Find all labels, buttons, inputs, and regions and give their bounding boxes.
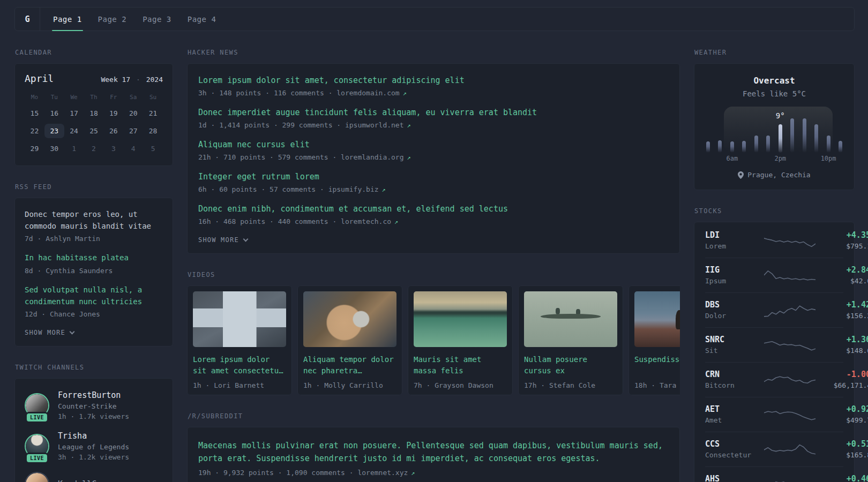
story-domain[interactable]: ipsumworld.net [345,121,404,129]
video-card[interactable]: Aliquam tempor dolor nec pharetra…1h · M… [297,285,402,395]
stock-change: +2.84% [815,265,868,275]
stock-row[interactable]: CCSConsectetur+0.51%$165.84 [705,432,843,466]
stock-spark-wrap [764,232,815,248]
story-row: Donec enim nibh, condimentum et accumsan… [198,204,669,225]
story-title[interactable]: Donec enim nibh, condimentum et accumsan… [198,204,669,214]
stock-row[interactable]: CRNBitcorn-1.00%$66,171.48 [705,362,843,397]
calendar-day: 28 [143,124,163,138]
tab-page-3[interactable]: Page 3 [143,7,171,31]
channel-name[interactable]: KendallCarr [58,479,111,482]
location-pin-icon [738,171,744,179]
story-title[interactable]: Donec imperdiet augue tincidunt felis al… [198,108,669,117]
stock-price: $42.04 [815,277,868,285]
stock-name: Consectetur [705,451,764,459]
video-title[interactable]: Suspendisse diam [634,354,680,376]
weather-bar-slot [706,141,710,153]
calendar-day: 2 [84,141,104,156]
stock-row[interactable]: IIGIpsum+2.84%$42.04 [705,258,843,292]
story-domain[interactable]: loremtech.co [341,217,391,225]
stock-values: +1.36%$148.64 [815,335,868,355]
stock-spark-wrap [764,476,815,482]
rss-item-title[interactable]: Sed volutpat nulla nisl, a condimentum n… [25,284,163,307]
subreddit-post-title[interactable]: Maecenas mollis pulvinar erat non posuer… [198,439,669,465]
subreddit-section-title: /R/SUBREDDIT [188,412,680,420]
rss-item-title[interactable]: Donec tempor eros leo, ut commodo mauris… [25,209,163,232]
post-domain[interactable]: loremnet.xyz [357,469,408,477]
story-domain[interactable]: loremlandia.org [341,153,403,161]
weather-bar [730,141,734,153]
calendar-day: 19 [103,106,123,120]
left-column: CALENDAR April Week 17 · 2024 MoTuWeThFr… [14,49,173,482]
channel-name[interactable]: ForrestBurton [58,390,129,400]
calendar-year: 2024 [146,76,163,84]
tab-page-1[interactable]: Page 1 [53,7,82,31]
stock-row[interactable]: AETAmet+0.92%$499.72 [705,397,843,432]
weather-bar [766,135,770,153]
twitch-channel-row[interactable]: LIVEForrestBurtonCounter-Strike1h · 1.7k… [25,390,163,420]
app-logo[interactable]: G [15,7,40,31]
hackernews-show-more-button[interactable]: SHOW MORE [198,236,669,244]
twitch-channel-row[interactable]: KendallCarr [25,472,163,482]
video-card[interactable]: Nullam posuere cursus ex17h · Stefan Col… [518,285,623,395]
weather-bar [827,135,830,153]
story-domain[interactable]: loremdomain.com [336,89,399,97]
story-title[interactable]: Aliquam nec cursus elit [198,140,669,149]
stock-change: +0.46% [815,474,868,482]
calendar-day: 18 [84,106,104,120]
tab-page-4[interactable]: Page 4 [188,7,216,31]
weather-bar-slot: 9° [779,124,782,153]
story-meta-text: 6h · 60 points · 57 comments · [198,185,328,193]
story-title[interactable]: Integer eget rutrum lorem [198,172,669,182]
live-badge: LIVE [27,454,47,462]
stock-spark-wrap [764,302,815,318]
video-title[interactable]: Lorem ipsum dolor sit amet consectetu… [193,354,286,376]
stocks-widget: STOCKS LDILorem+4.35%$795.18IIGIpsum+2.8… [694,207,855,482]
story-domain[interactable]: ipsumify.biz [328,185,379,193]
channel-name[interactable]: Trisha [58,431,129,441]
stock-values: +0.46% [815,474,868,482]
page-tabs: Page 1Page 2Page 3Page 4 [40,7,229,31]
weather-time-labels: 6am2pm10pm [706,155,842,162]
stock-name: Sit [705,347,764,355]
weather-bar-slot [754,135,758,153]
stock-values: +4.35%$795.18 [815,230,868,250]
twitch-channel-row[interactable]: LIVETrishaLeague of Legends3h · 1.2k vie… [25,431,163,461]
time-label: 10pm [821,155,836,162]
external-link-icon: ↗ [382,186,386,193]
calendar-month: April [25,73,54,84]
rss-show-more-button[interactable]: SHOW MORE [25,329,163,336]
stock-sparkline [764,441,815,457]
stock-change: +1.36% [815,335,868,344]
weather-hourly-bars: 9° [706,115,842,153]
video-title[interactable]: Mauris sit amet massa felis [414,354,507,376]
story-title[interactable]: Lorem ipsum dolor sit amet, consectetur … [198,76,669,85]
rss-item-title[interactable]: In hac habitasse platea [25,252,163,264]
stock-spark-wrap [764,267,815,283]
videos-row: Lorem ipsum dolor sit amet consectetu…1h… [187,285,680,395]
calendar-day: 30 [44,141,64,156]
story-row: Lorem ipsum dolor sit amet, consectetur … [198,76,669,97]
stock-ticker: SNRC [705,335,764,344]
video-title[interactable]: Nullam posuere cursus ex [524,354,617,376]
stocks-section-title: STOCKS [694,207,855,215]
stock-row[interactable]: LDILorem+4.35%$795.18 [705,223,843,258]
stock-row[interactable]: AHS+0.46% [705,466,843,482]
stock-name: Ipsum [705,277,764,285]
stock-row[interactable]: DBSDolor+1.42%$156.28 [705,292,843,327]
weather-bar-slot [790,118,794,153]
stock-ticker: DBS [705,300,764,310]
video-card[interactable]: Suspendisse diam18h · Tara [628,285,680,395]
stock-row[interactable]: SNRCSit+1.36%$148.64 [705,327,843,362]
calendar-day: 22 [25,124,44,138]
video-card[interactable]: Lorem ipsum dolor sit amet consectetu…1h… [187,285,292,395]
time-label: 2pm [774,155,786,162]
video-title[interactable]: Aliquam tempor dolor nec pharetra… [303,354,396,376]
top-navigation-bar: G Page 1Page 2Page 3Page 4 [14,7,855,31]
calendar-grid: MoTuWeThFrSaSu15161718192021222324252627… [25,92,163,156]
weather-bar [779,124,782,153]
tab-page-2[interactable]: Page 2 [98,7,127,31]
weather-bar [742,141,746,153]
stock-sparkline [764,267,815,283]
stock-price: $795.18 [815,242,868,250]
video-card[interactable]: Mauris sit amet massa felis7h · Grayson … [408,285,513,395]
